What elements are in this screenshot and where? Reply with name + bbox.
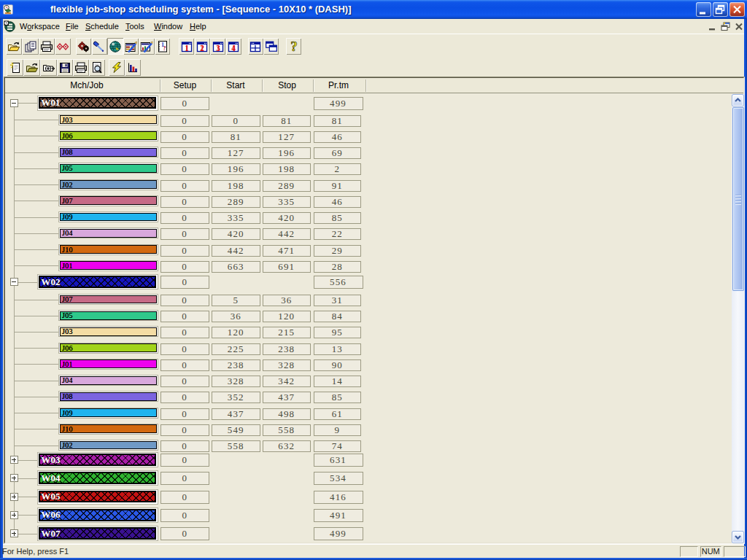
svg-text:3: 3 (216, 43, 220, 52)
svg-text:1: 1 (185, 43, 189, 52)
svg-text:?: ? (290, 40, 298, 53)
svg-text:?: ? (163, 44, 166, 51)
svg-text:2: 2 (200, 43, 204, 52)
svg-text:4: 4 (231, 43, 236, 52)
